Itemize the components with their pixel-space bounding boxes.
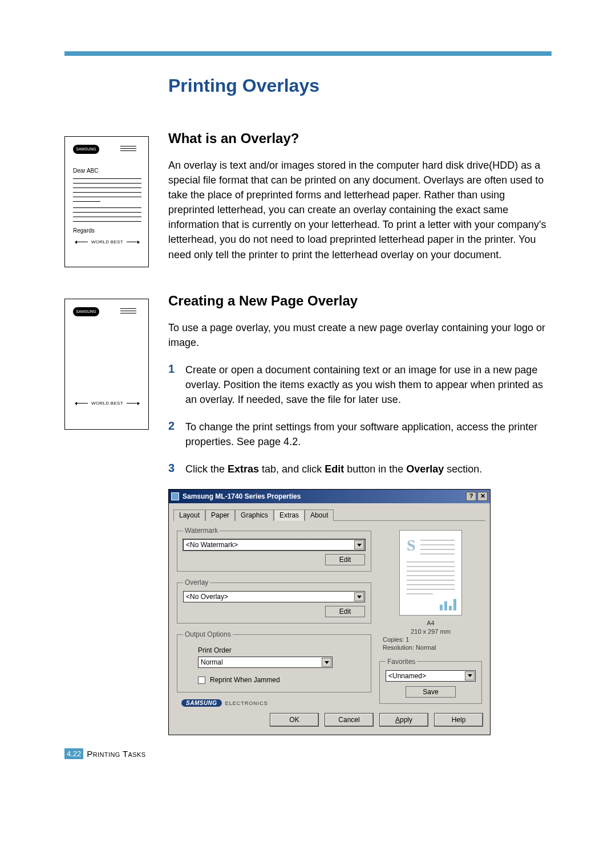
step-number: 1 <box>168 362 185 407</box>
step-text: Click the Extras tab, and click Edit but… <box>185 462 552 476</box>
preview-paper-name: A4 <box>379 619 482 627</box>
tab-graphics[interactable]: Graphics <box>235 510 274 521</box>
page-footer: 4.22 Printing Tasks <box>64 748 146 759</box>
section-heading-create-overlay: Creating a New Page Overlay <box>168 293 552 309</box>
overlay-group: Overlay <No Overlay> Edit <box>177 578 371 624</box>
page-number: 4.22 <box>64 748 83 759</box>
print-order-value: Normal <box>201 658 223 666</box>
dialog-tabs: Layout Paper Graphics Extras About <box>173 509 485 521</box>
overlay-value: <No Overlay> <box>186 593 228 601</box>
arrow-left-icon <box>75 242 88 242</box>
step-2: 2 To change the print settings from your… <box>168 419 552 449</box>
chapter-title: Printing Tasks <box>87 749 145 759</box>
watermark-value: <No Watermark> <box>186 541 238 549</box>
output-options-group: Output Options Print Order Normal Reprin… <box>177 630 371 692</box>
page-preview: S <box>399 530 462 616</box>
letter-salutation: Dear ABC <box>73 168 141 174</box>
arrow-right-icon <box>127 242 139 242</box>
tab-about[interactable]: About <box>305 510 334 521</box>
arrow-left-icon <box>75 403 88 404</box>
preview-paper-size: 210 x 297 mm <box>379 627 482 635</box>
step-3: 3 Click the Extras tab, and click Edit b… <box>168 462 552 476</box>
apply-button[interactable]: Apply <box>379 713 428 727</box>
address-lines-placeholder <box>120 308 136 315</box>
letter-illustration-blank: SAMSUNG WORLD BEST <box>64 299 149 430</box>
overlay-select[interactable]: <No Overlay> <box>183 591 365 602</box>
world-best-label: WORLD BEST <box>91 239 123 244</box>
overlay-description: An overlay is text and/or images stored … <box>168 158 552 262</box>
letter-regards: Regards <box>73 227 141 234</box>
samsung-logo: SAMSUNG <box>73 307 99 316</box>
preview-letter-s: S <box>407 536 416 558</box>
ok-button[interactable]: OK <box>270 713 319 727</box>
samsung-electronics-label: ELECTRONICS <box>225 700 268 706</box>
arrow-right-icon <box>127 403 139 404</box>
watermark-edit-button[interactable]: Edit <box>325 554 365 565</box>
samsung-brand: SAMSUNG ELECTRONICS <box>177 699 371 707</box>
preview-resolution: Resolution: Normal <box>383 643 482 651</box>
watermark-group: Watermark <No Watermark> Edit <box>177 527 371 572</box>
preview-chart-icon <box>440 598 457 610</box>
overlay-edit-button[interactable]: Edit <box>325 606 365 617</box>
tab-layout[interactable]: Layout <box>173 510 205 521</box>
chevron-down-icon[interactable] <box>354 540 364 549</box>
step-number: 3 <box>168 462 185 476</box>
chevron-down-icon[interactable] <box>322 658 331 667</box>
help-button[interactable]: Help <box>434 713 483 727</box>
reprint-checkbox[interactable] <box>198 677 205 684</box>
tab-extras[interactable]: Extras <box>274 510 305 521</box>
cancel-button[interactable]: Cancel <box>325 713 374 727</box>
print-order-label: Print Order <box>198 646 365 654</box>
chevron-down-icon[interactable] <box>354 592 364 601</box>
watermark-legend: Watermark <box>183 527 220 535</box>
header-rule <box>64 51 552 56</box>
step-1: 1 Create or open a document containing t… <box>168 362 552 407</box>
dialog-titlebar: Samsung ML-1740 Series Properties ? ✕ <box>169 490 490 503</box>
step-text: To change the print settings from your s… <box>185 419 552 449</box>
properties-dialog: Samsung ML-1740 Series Properties ? ✕ La… <box>168 489 491 735</box>
samsung-logo: SAMSUNG <box>73 145 99 154</box>
print-order-select[interactable]: Normal <box>198 657 333 668</box>
address-lines-placeholder <box>120 146 136 153</box>
chevron-down-icon[interactable] <box>465 671 475 680</box>
preview-copies: Copies: 1 <box>383 635 482 643</box>
favorites-save-button[interactable]: Save <box>406 686 456 698</box>
create-overlay-intro: To use a page overlay, you must create a… <box>168 320 552 350</box>
tab-paper[interactable]: Paper <box>205 510 235 521</box>
help-button[interactable]: ? <box>466 492 476 501</box>
section-heading-what-is-overlay: What is an Overlay? <box>168 131 552 146</box>
overlay-legend: Overlay <box>183 578 210 586</box>
output-options-legend: Output Options <box>183 630 233 638</box>
dialog-title: Samsung ML-1740 Series Properties <box>183 492 301 500</box>
close-button[interactable]: ✕ <box>477 492 488 501</box>
favorites-group: Favorites <Unnamed> Save <box>379 658 482 704</box>
step-number: 2 <box>168 419 185 449</box>
favorites-value: <Unnamed> <box>388 672 426 680</box>
favorites-legend: Favorites <box>386 658 417 666</box>
reprint-label: Reprint When Jammed <box>210 676 280 684</box>
world-best-label: WORLD BEST <box>91 401 123 406</box>
printer-icon <box>171 492 179 500</box>
page-title: Printing Overlays <box>168 75 552 96</box>
step-text: Create or open a document containing tex… <box>185 362 552 407</box>
samsung-logo: SAMSUNG <box>181 699 222 707</box>
watermark-select[interactable]: <No Watermark> <box>183 539 365 551</box>
letter-illustration-with-text: SAMSUNG Dear ABC Regards WORLD BEST <box>64 136 149 267</box>
letter-body-lines <box>73 178 141 222</box>
favorites-select[interactable]: <Unnamed> <box>386 670 476 682</box>
